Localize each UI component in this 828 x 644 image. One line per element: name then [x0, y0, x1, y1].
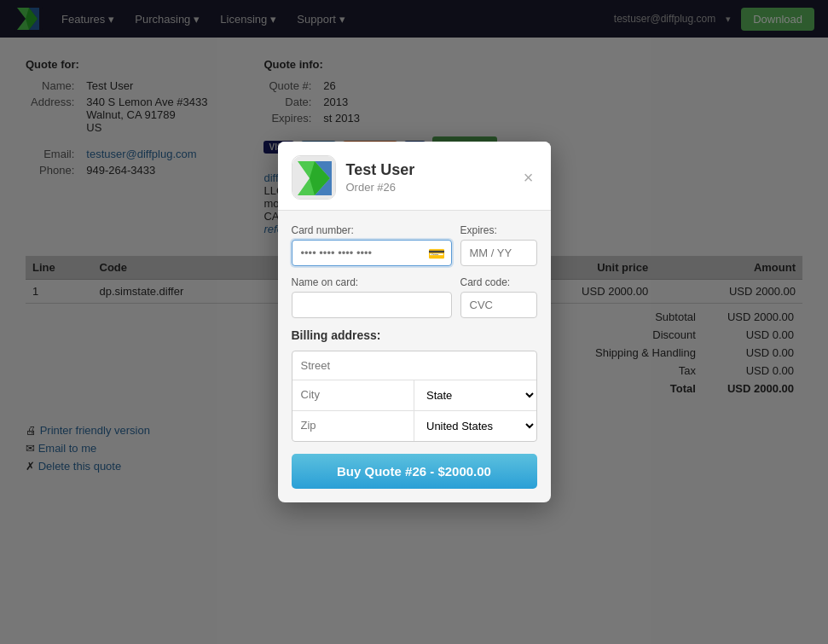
card-code-input[interactable] — [460, 292, 537, 318]
state-select[interactable]: State Alabama Alaska Arizona California — [414, 380, 536, 410]
country-select[interactable]: United States Canada United Kingdom Aust… — [414, 411, 536, 441]
city-state-row: State Alabama Alaska Arizona California — [292, 380, 536, 411]
zip-cell — [292, 411, 415, 441]
city-cell — [292, 380, 415, 410]
modal-header: Test User Order #26 × — [278, 142, 551, 211]
country-cell: United States Canada United Kingdom Aust… — [414, 411, 536, 441]
modal-user-name: Test User — [346, 161, 510, 179]
credit-card-icon: 💳 — [428, 245, 445, 261]
card-number-group: Card number: 💳 — [292, 224, 452, 266]
payment-modal: Test User Order #26 × Card number: 💳 Exp… — [278, 142, 551, 493]
modal-close-button[interactable]: × — [520, 165, 537, 189]
card-code-group: Card code: — [460, 276, 537, 318]
name-on-card-label: Name on card: — [292, 276, 452, 288]
street-input[interactable] — [292, 351, 536, 380]
expires-input[interactable] — [460, 240, 537, 266]
expires-group: Expires: — [460, 224, 537, 266]
modal-overlay: Test User Order #26 × Card number: 💳 Exp… — [0, 0, 828, 493]
card-row: Card number: 💳 Expires: — [292, 224, 537, 266]
card-number-label: Card number: — [292, 224, 452, 236]
street-row — [292, 351, 536, 380]
buy-quote-button[interactable]: Buy Quote #26 - $2000.00 — [292, 454, 537, 489]
name-card-row: Name on card: Card code: — [292, 276, 537, 318]
modal-body: Card number: 💳 Expires: Name on card: — [278, 211, 551, 493]
expires-label: Expires: — [460, 224, 537, 236]
zip-input[interactable] — [292, 411, 414, 439]
billing-fields: State Alabama Alaska Arizona California — [292, 351, 537, 442]
name-on-card-input[interactable] — [292, 292, 452, 318]
name-on-card-group: Name on card: — [292, 276, 452, 318]
zip-country-row: United States Canada United Kingdom Aust… — [292, 411, 536, 441]
billing-address-label: Billing address: — [292, 328, 537, 342]
city-input[interactable] — [292, 380, 414, 409]
card-input-wrapper: 💳 — [292, 240, 452, 266]
state-cell: State Alabama Alaska Arizona California — [414, 380, 536, 410]
modal-title-block: Test User Order #26 — [346, 161, 510, 194]
modal-order-number: Order #26 — [346, 181, 510, 194]
modal-logo — [292, 155, 336, 200]
card-code-label: Card code: — [460, 276, 537, 288]
